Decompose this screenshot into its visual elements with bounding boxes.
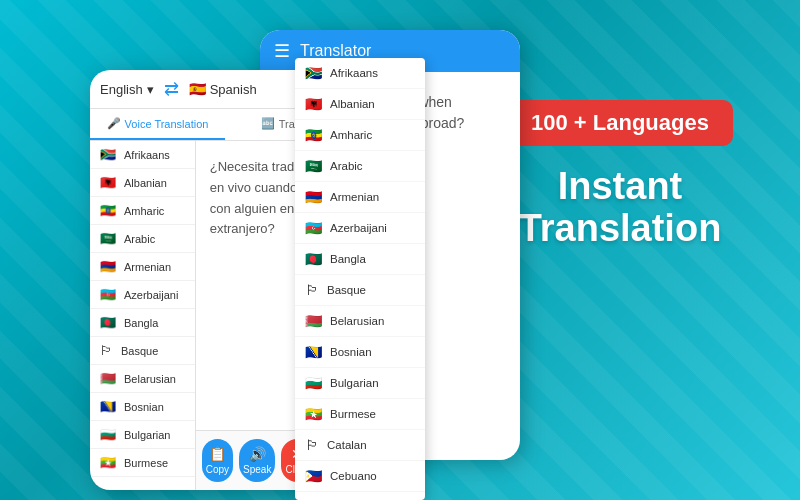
dropdown-item[interactable]: 🇭🇷Croatian <box>295 492 425 500</box>
list-item[interactable]: 🏳Basque <box>90 337 195 365</box>
dropdown-item[interactable]: 🇲🇲Burmese <box>295 399 425 430</box>
languages-badge: 100 + Languages <box>507 100 733 146</box>
tab-voice-translation[interactable]: 🎤 Voice Translation <box>90 109 225 140</box>
list-item[interactable]: 🇦🇿Azerbaijani <box>90 281 195 309</box>
menu-icon[interactable]: ☰ <box>274 40 290 62</box>
copy-icon: 📋 <box>209 446 226 462</box>
dropdown-item[interactable]: 🇦🇲Armenian <box>295 182 425 213</box>
list-item[interactable]: 🇦🇲Armenian <box>90 253 195 281</box>
instant-translation-title: Instant Translation <box>480 166 760 250</box>
list-item[interactable]: 🇪🇹Amharic <box>90 197 195 225</box>
from-language-selector[interactable]: English ▾ <box>100 82 154 97</box>
from-language-label: English <box>100 82 143 97</box>
list-item[interactable]: 🇿🇦Afrikaans <box>90 141 195 169</box>
list-item[interactable]: 🇲🇲Burmese <box>90 449 195 477</box>
dropdown-item[interactable]: 🇪🇹Amharic <box>295 120 425 151</box>
list-item[interactable]: 🇦🇱Albanian <box>90 169 195 197</box>
list-item[interactable]: 🇧🇾Belarusian <box>90 365 195 393</box>
left-language-panel: 🇿🇦Afrikaans🇦🇱Albanian🇪🇹Amharic🇸🇦Arabic🇦🇲… <box>90 141 196 490</box>
copy-button[interactable]: 📋 Copy <box>202 439 233 482</box>
dropdown-item[interactable]: 🏳Basque <box>295 275 425 306</box>
dropdown-item[interactable]: 🏳Catalan <box>295 430 425 461</box>
list-item[interactable]: 🇸🇦Arabic <box>90 225 195 253</box>
list-item[interactable]: 🇧🇩Bangla <box>90 309 195 337</box>
mic-icon: 🎤 <box>107 117 121 130</box>
language-dropdown[interactable]: 🇿🇦Afrikaans🇦🇱Albanian🇪🇹Amharic🇸🇦Arabic🇦🇲… <box>295 58 425 500</box>
dropdown-item[interactable]: 🇧🇩Bangla <box>295 244 425 275</box>
right-panel: 100 + Languages Instant Translation <box>480 100 760 250</box>
dropdown-item[interactable]: 🇧🇬Bulgarian <box>295 368 425 399</box>
speak-button[interactable]: 🔊 Speak <box>239 439 275 482</box>
dropdown-item[interactable]: 🇧🇦Bosnian <box>295 337 425 368</box>
speak-icon: 🔊 <box>249 446 266 462</box>
dropdown-item[interactable]: 🇧🇾Belarusian <box>295 306 425 337</box>
list-item[interactable]: 🇧🇦Bosnian <box>90 393 195 421</box>
dropdown-item[interactable]: 🇿🇦Afrikaans <box>295 58 425 89</box>
to-language-selector[interactable]: 🇪🇸 Spanish <box>189 81 257 97</box>
dropdown-item[interactable]: 🇵🇭Cebuano <box>295 461 425 492</box>
dropdown-item[interactable]: 🇸🇦Arabic <box>295 151 425 182</box>
list-item[interactable]: 🇧🇬Bulgarian <box>90 421 195 449</box>
to-language-label: Spanish <box>210 82 257 97</box>
dropdown-item[interactable]: 🇦🇱Albanian <box>295 89 425 120</box>
swap-languages-icon[interactable]: ⇄ <box>160 78 183 100</box>
translate-icon: 🔤 <box>261 117 275 130</box>
dropdown-arrow-icon: ▾ <box>147 82 154 97</box>
dropdown-item[interactable]: 🇦🇿Azerbaijani <box>295 213 425 244</box>
